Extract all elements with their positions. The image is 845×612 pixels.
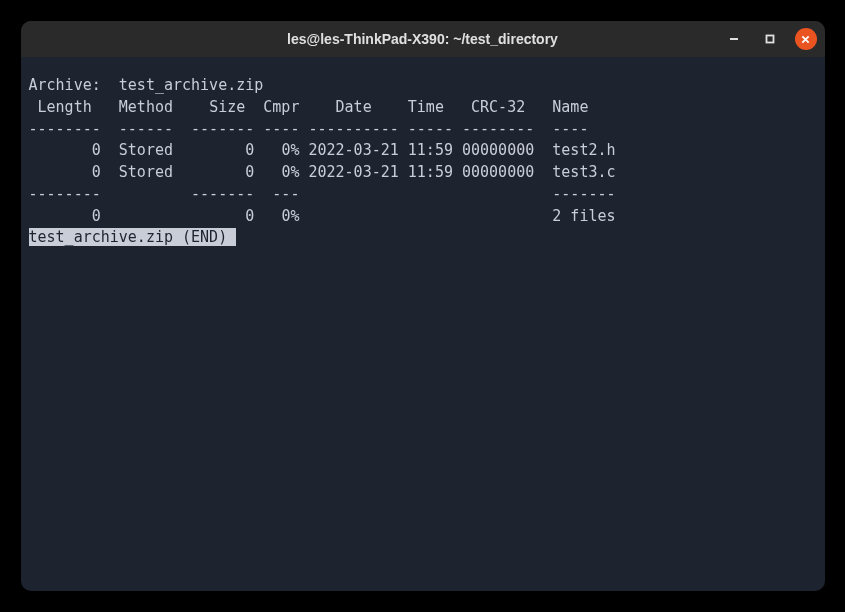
- table-row: 0 Stored 0 0% 2022-03-21 11:59 00000000 …: [29, 163, 616, 181]
- window-title: les@les-ThinkPad-X390: ~/test_directory: [287, 31, 558, 47]
- archive-line: Archive: test_archive.zip: [29, 76, 264, 94]
- separator-row: -------- ------ ------- ---- ---------- …: [29, 120, 589, 138]
- maximize-icon: [765, 34, 775, 44]
- minimize-icon: [729, 34, 739, 44]
- close-icon: [801, 35, 810, 44]
- terminal-window: les@les-ThinkPad-X390: ~/test_directory …: [21, 21, 825, 591]
- minimize-button[interactable]: [723, 28, 745, 50]
- maximize-button[interactable]: [759, 28, 781, 50]
- close-button[interactable]: [795, 28, 817, 50]
- svg-rect-1: [766, 36, 773, 43]
- cursor: [227, 228, 236, 246]
- terminal-output[interactable]: Archive: test_archive.zip Length Method …: [21, 57, 825, 591]
- totals-row: 0 0 0% 2 files: [29, 207, 616, 225]
- pager-end-marker: test_archive.zip (END): [29, 228, 228, 246]
- header-row: Length Method Size Cmpr Date Time CRC-32…: [29, 98, 589, 116]
- window-controls: [723, 28, 817, 50]
- titlebar: les@les-ThinkPad-X390: ~/test_directory: [21, 21, 825, 57]
- table-row: 0 Stored 0 0% 2022-03-21 11:59 00000000 …: [29, 141, 616, 159]
- separator-row-2: -------- ------- --- -------: [29, 185, 616, 203]
